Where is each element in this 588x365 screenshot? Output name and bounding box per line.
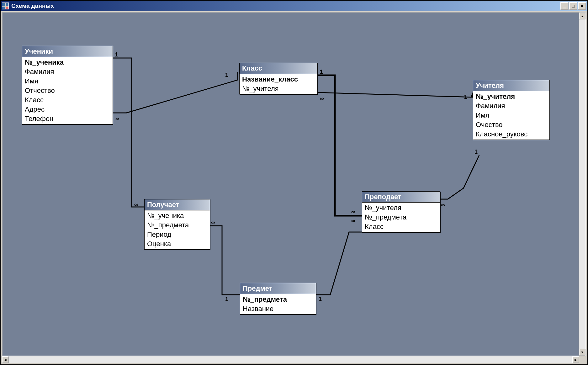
table-fields: №_ученика №_предмета Период Оценка bbox=[145, 210, 210, 249]
scroll-down-icon[interactable]: ▼ bbox=[579, 349, 585, 356]
field[interactable]: №_учителя bbox=[240, 84, 317, 93]
table-class[interactable]: Класс Название_класс №_учителя bbox=[239, 63, 318, 94]
field[interactable]: Отчество bbox=[22, 86, 113, 95]
scroll-right-icon[interactable]: ▶ bbox=[572, 356, 579, 363]
field[interactable]: Телефон bbox=[22, 114, 113, 124]
field[interactable]: №_учителя bbox=[473, 92, 549, 101]
table-fields: №_ученика Фамилия Имя Отчество Класс Адр… bbox=[22, 57, 113, 124]
diagram-canvas-wrap: 1 ∞ ∞ 1 ∞ 1 1 ∞ ∞ 1 ∞ bbox=[2, 12, 586, 356]
field[interactable]: Класное_руковс bbox=[473, 130, 549, 139]
svg-text:1: 1 bbox=[474, 149, 478, 155]
scroll-up-icon[interactable]: ▲ bbox=[579, 13, 585, 19]
field[interactable]: №_предмета bbox=[240, 295, 316, 304]
maximize-button[interactable]: □ bbox=[569, 2, 577, 10]
svg-text:1: 1 bbox=[464, 94, 467, 100]
vertical-scrollbar[interactable]: ▲ ▼ bbox=[579, 13, 585, 356]
field[interactable]: Имя bbox=[22, 77, 113, 86]
field[interactable]: Очество bbox=[473, 120, 549, 130]
field[interactable]: Фамилия bbox=[473, 101, 549, 111]
field[interactable]: Фамилия bbox=[22, 67, 113, 77]
svg-text:∞: ∞ bbox=[211, 219, 215, 225]
svg-text:1: 1 bbox=[319, 296, 322, 302]
svg-text:1: 1 bbox=[225, 296, 228, 302]
svg-text:∞: ∞ bbox=[115, 116, 119, 122]
window-controls: _ □ ✕ bbox=[560, 2, 586, 10]
field[interactable]: Период bbox=[145, 230, 210, 239]
table-teaches[interactable]: Преподает №_учителя №_предмета Класс bbox=[362, 191, 440, 232]
svg-text:1: 1 bbox=[320, 69, 323, 75]
field[interactable]: №_ученика bbox=[145, 211, 210, 220]
table-title[interactable]: Предмет bbox=[240, 283, 316, 294]
field[interactable]: Класс bbox=[362, 222, 440, 231]
table-fields: №_учителя №_предмета Класс bbox=[362, 203, 440, 232]
field[interactable]: Класс bbox=[22, 95, 113, 105]
table-title[interactable]: Получает bbox=[145, 199, 210, 210]
table-title[interactable]: Класс bbox=[240, 63, 317, 74]
svg-text:∞: ∞ bbox=[134, 201, 138, 208]
field[interactable]: №_предмета bbox=[362, 213, 440, 222]
titlebar[interactable]: Схема данных _ □ ✕ bbox=[1, 1, 587, 11]
svg-text:1: 1 bbox=[115, 51, 118, 58]
svg-text:∞: ∞ bbox=[351, 209, 355, 215]
table-fields: №_учителя Фамилия Имя Очество Класное_ру… bbox=[473, 91, 549, 140]
scroll-left-icon[interactable]: ◀ bbox=[2, 356, 9, 363]
field[interactable]: Оценка bbox=[145, 239, 210, 249]
svg-text:∞: ∞ bbox=[351, 218, 355, 224]
scroll-track[interactable] bbox=[9, 356, 572, 363]
table-teachers[interactable]: Учителя №_учителя Фамилия Имя Очество Кл… bbox=[473, 80, 550, 140]
svg-text:1: 1 bbox=[225, 72, 228, 78]
table-students[interactable]: Ученики №_ученика Фамилия Имя Отчество К… bbox=[22, 46, 113, 124]
field[interactable]: Адрес bbox=[22, 105, 113, 114]
svg-text:∞: ∞ bbox=[441, 202, 445, 208]
scroll-track[interactable] bbox=[579, 19, 585, 349]
table-subject[interactable]: Предмет №_предмета Название bbox=[240, 283, 316, 315]
table-fields: №_предмета Название bbox=[240, 294, 316, 314]
field[interactable]: Название_класс bbox=[240, 75, 317, 84]
diagram-canvas[interactable]: 1 ∞ ∞ 1 ∞ 1 1 ∞ ∞ 1 ∞ bbox=[3, 13, 585, 356]
field[interactable]: №_учителя bbox=[362, 203, 440, 213]
table-receives[interactable]: Получает №_ученика №_предмета Период Оце… bbox=[144, 199, 210, 250]
close-button[interactable]: ✕ bbox=[578, 2, 586, 10]
field[interactable]: Название bbox=[240, 304, 316, 314]
field[interactable]: Имя bbox=[473, 111, 549, 120]
scroll-corner bbox=[579, 356, 586, 363]
table-title[interactable]: Учителя bbox=[473, 80, 549, 91]
relationship-window: Схема данных _ □ ✕ 1 ∞ ∞ 1 ∞ 1 bbox=[0, 0, 588, 365]
svg-text:∞: ∞ bbox=[320, 95, 324, 102]
field[interactable]: №_предмета bbox=[145, 220, 210, 230]
app-icon bbox=[2, 3, 9, 9]
window-title: Схема данных bbox=[11, 3, 54, 9]
horizontal-scrollbar[interactable]: ◀ ▶ bbox=[2, 356, 586, 363]
table-fields: Название_класс №_учителя bbox=[240, 74, 317, 94]
field[interactable]: №_ученика bbox=[22, 58, 113, 67]
table-title[interactable]: Преподает bbox=[362, 192, 440, 203]
minimize-button[interactable]: _ bbox=[560, 2, 569, 10]
table-title[interactable]: Ученики bbox=[22, 46, 113, 57]
